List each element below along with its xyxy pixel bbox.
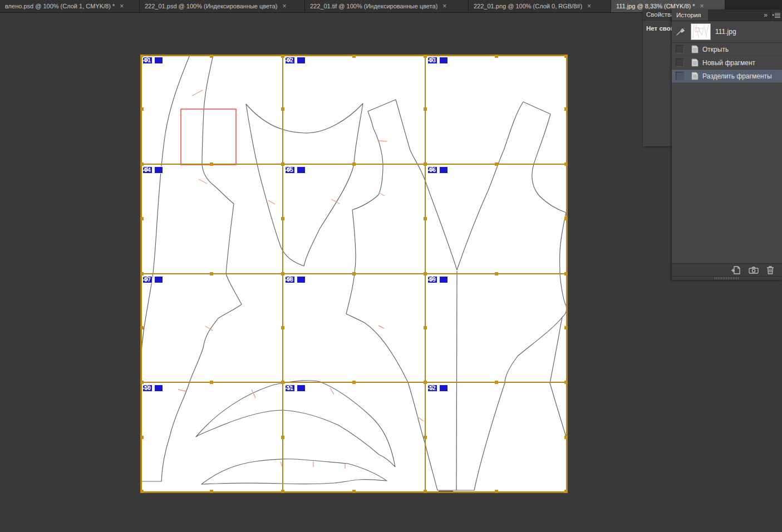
slice-image-icon: [154, 57, 163, 64]
new-document-from-state-icon[interactable]: [731, 266, 741, 274]
close-icon[interactable]: ×: [586, 2, 592, 10]
history-state-open[interactable]: Открыть: [672, 43, 782, 56]
close-icon[interactable]: ×: [441, 2, 447, 10]
panel-menu-icon[interactable]: [771, 9, 782, 21]
history-source-checkbox[interactable]: [676, 45, 684, 53]
history-state-label: Разделить фрагменты: [702, 72, 772, 80]
slice-image-icon: [297, 385, 306, 392]
snapshot-name: 111.jpg: [715, 28, 736, 36]
slice-badge[interactable]: 11: [285, 385, 306, 392]
slice-image-icon: [297, 276, 306, 283]
slice-badge[interactable]: 03: [427, 57, 448, 64]
properties-empty-text: Нет свой: [643, 21, 672, 32]
tab-document-1[interactable]: влено.psd @ 100% (Слой 1, CMYK/8) * ×: [0, 0, 140, 12]
history-panel-body: 111.jpg Открыть Новый фрагмент: [672, 21, 782, 280]
header-spacer: [708, 9, 761, 21]
document-canvas[interactable]: 010203040506070809101112: [140, 55, 568, 493]
history-empty-area: [672, 83, 782, 263]
history-state-divide-slices-selected[interactable]: Разделить фрагменты: [672, 70, 782, 83]
history-state-label: Новый фрагмент: [702, 59, 755, 67]
history-state-label: Открыть: [702, 46, 729, 53]
history-source-checkbox[interactable]: [676, 58, 684, 67]
history-state-new-slice[interactable]: Новый фрагмент: [672, 56, 782, 70]
delete-state-trash-icon[interactable]: [766, 266, 774, 274]
slice-image-icon: [297, 166, 306, 174]
slice-badge[interactable]: 09: [427, 276, 448, 283]
slice-badge[interactable]: 07: [142, 276, 163, 283]
tab-history[interactable]: История: [672, 9, 708, 21]
slice-image-icon: [439, 385, 448, 392]
tab-label: 222_01.png @ 100% (Слой 0, RGB/8#): [474, 3, 582, 9]
history-state-icon: [691, 45, 699, 53]
history-panel: История »: [672, 9, 782, 280]
snapshot-thumbnail: [691, 23, 711, 40]
slice-badge[interactable]: 12: [427, 385, 448, 392]
close-icon[interactable]: ×: [119, 2, 125, 10]
history-state-icon: [691, 58, 699, 67]
pattern-image: [140, 55, 568, 493]
tab-document-4[interactable]: 222_01.png @ 100% (Слой 0, RGB/8#) ×: [469, 0, 611, 12]
slice-badge[interactable]: 02: [285, 57, 306, 64]
tab-properties[interactable]: Свойства: [643, 9, 672, 21]
slice-badge[interactable]: 08: [285, 276, 306, 283]
tab-label: влено.psd @ 100% (Слой 1, CMYK/8) *: [5, 3, 115, 9]
slice-image-icon: [297, 57, 306, 64]
history-footer-toolbar: [672, 263, 782, 276]
red-selection-rect: [181, 109, 236, 165]
history-source-checkbox[interactable]: [676, 72, 684, 80]
new-snapshot-camera-icon[interactable]: [749, 267, 759, 274]
slice-badge[interactable]: 04: [142, 166, 163, 174]
slice-badge[interactable]: 01: [142, 57, 163, 64]
tab-label: 222_01.psd @ 100% (Индексированные цвета…: [145, 3, 278, 9]
tab-label: 222_01.tif @ 100% (Индексированные цвета…: [310, 3, 437, 9]
history-snapshot-row[interactable]: 111.jpg: [672, 21, 782, 43]
slice-image-icon: [439, 276, 448, 283]
history-state-icon: [691, 72, 699, 80]
tab-label: 111.jpg @ 8,33% (CMYK/8) *: [616, 3, 695, 9]
history-brush-source-icon[interactable]: [674, 27, 686, 36]
tab-document-2[interactable]: 222_01.psd @ 100% (Индексированные цвета…: [140, 0, 305, 12]
tab-document-3[interactable]: 222_01.tif @ 100% (Индексированные цвета…: [305, 0, 469, 12]
slice-badge[interactable]: 05: [285, 166, 306, 174]
properties-panel: Свойства Нет свой: [643, 9, 672, 146]
photoshop-window: { "tabs": [ {"label": "влено.psd @ 100% …: [0, 0, 782, 532]
panel-resize-grip[interactable]: [672, 276, 782, 280]
slice-badge[interactable]: 06: [427, 166, 448, 174]
close-icon[interactable]: ×: [282, 2, 288, 10]
close-icon[interactable]: ×: [699, 2, 705, 10]
collapse-panel-icon[interactable]: »: [760, 9, 770, 21]
history-panel-header: История »: [672, 9, 782, 21]
slice-image-icon: [154, 166, 163, 174]
slice-image-icon: [154, 276, 163, 283]
slice-badge[interactable]: 10: [142, 385, 163, 392]
slice-image-icon: [439, 166, 448, 174]
slice-image-icon: [439, 57, 448, 64]
slice-image-icon: [154, 385, 163, 392]
